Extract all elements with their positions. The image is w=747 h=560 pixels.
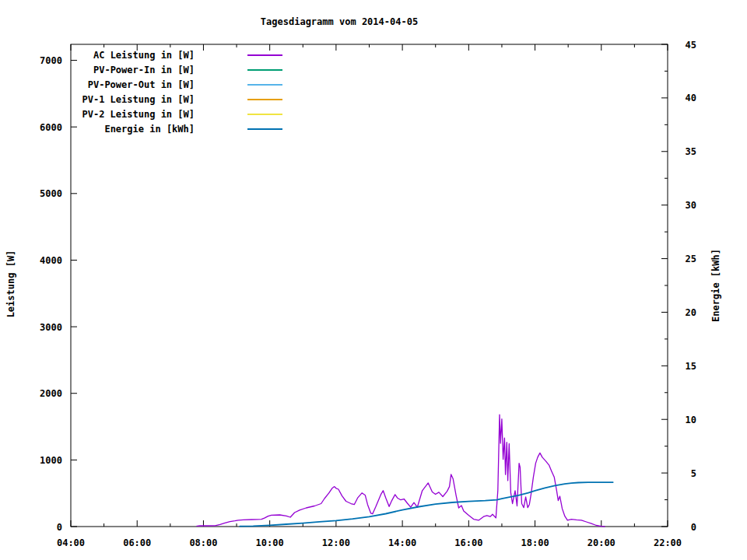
legend-item-label: AC Leistung in [W] — [74, 50, 195, 61]
y-left-tick-label: 1000 — [40, 455, 62, 466]
y-left-tick-label: 2000 — [40, 388, 62, 399]
legend-item-label: Energie in [kWh] — [74, 124, 195, 135]
legend-line-swatch — [247, 128, 282, 130]
y-left-tick-label: 7000 — [40, 55, 62, 66]
y-left-tick-label: 4000 — [40, 255, 62, 266]
y-right-tick-label: 35 — [686, 146, 696, 157]
legend-line-swatch — [247, 84, 282, 86]
legend-item-label: PV-1 Leistung in [W] — [74, 94, 195, 106]
chart-canvas: 04:0006:0008:0010:0012:0014:0016:0018:00… — [0, 0, 747, 560]
x-tick-label: 10:00 — [256, 537, 284, 548]
y-left-tick-label: 0 — [57, 522, 62, 533]
y-right-tick-label: 40 — [686, 93, 696, 103]
y-left-tick-label: 3000 — [40, 322, 62, 333]
y-right-tick-label: 0 — [691, 522, 696, 533]
y-left-tick-label: 6000 — [40, 122, 62, 133]
y-right-tick-label: 20 — [686, 307, 696, 318]
y-right-tick-label: 15 — [686, 361, 696, 372]
legend-line-swatch — [247, 99, 282, 100]
legend-line-swatch — [247, 69, 282, 71]
y-right-tick-label: 45 — [686, 40, 696, 51]
x-tick-label: 20:00 — [587, 537, 615, 548]
y-right-axis-label: Energie [kWh] — [710, 249, 721, 322]
y-right-tick-label: 25 — [686, 254, 696, 264]
legend-item-label: PV-Power-Out in [W] — [74, 79, 195, 91]
legend-line-swatch — [247, 114, 282, 115]
x-tick-label: 12:00 — [322, 537, 350, 548]
chart-title: Tagesdiagramm vom 2014-04-05 — [261, 16, 418, 27]
y-left-axis-label: Leistung [W] — [5, 250, 16, 318]
x-tick-label: 14:00 — [388, 537, 416, 548]
x-tick-label: 08:00 — [189, 537, 217, 548]
x-tick-label: 16:00 — [454, 537, 482, 548]
legend-item-label: PV-2 Leistung in [W] — [74, 109, 195, 121]
y-right-tick-label: 5 — [691, 468, 696, 479]
legend-item-label: PV-Power-In in [W] — [74, 65, 195, 76]
legend-line-swatch — [247, 54, 282, 56]
x-tick-label: 06:00 — [123, 537, 151, 548]
x-tick-label: 04:00 — [57, 537, 85, 548]
x-tick-label: 22:00 — [654, 537, 682, 548]
y-right-tick-label: 10 — [686, 415, 696, 425]
series-line-energie-in-kwh — [240, 482, 612, 527]
x-tick-label: 18:00 — [521, 537, 549, 548]
y-left-tick-label: 5000 — [40, 188, 62, 199]
y-right-tick-label: 30 — [686, 200, 696, 211]
